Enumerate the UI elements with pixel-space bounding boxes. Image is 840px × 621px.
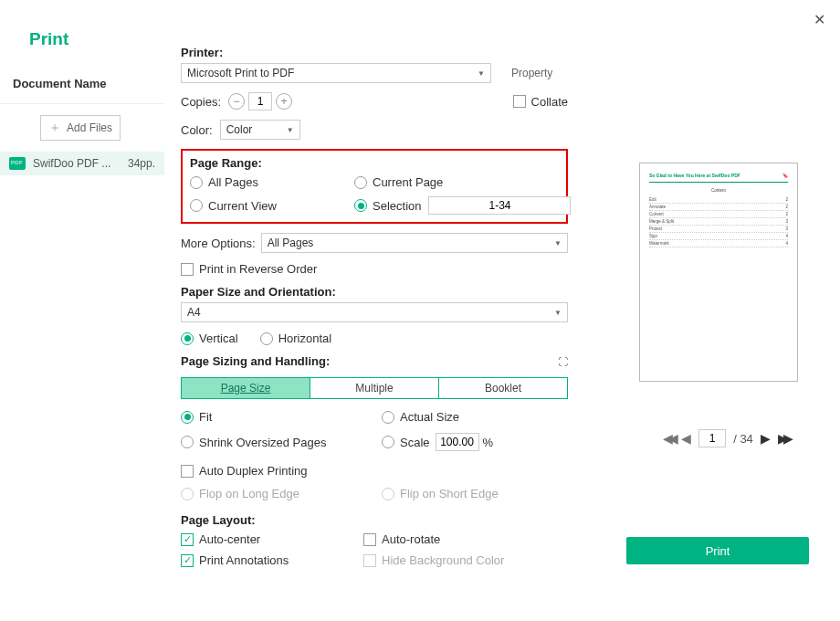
page-input[interactable] xyxy=(698,429,726,447)
document-name-header: Document Name xyxy=(0,77,164,104)
paper-label: Paper Size and Orientation: xyxy=(181,285,568,299)
collate-checkbox[interactable] xyxy=(513,95,526,108)
collate-label: Collate xyxy=(531,95,568,109)
actual-size-label: Actual Size xyxy=(400,410,459,424)
expand-icon[interactable]: ⛶ xyxy=(558,356,568,367)
current-view-label: Current View xyxy=(208,199,277,213)
selection-label: Selection xyxy=(373,199,421,213)
auto-duplex-checkbox[interactable] xyxy=(181,465,194,478)
all-pages-radio[interactable] xyxy=(190,176,203,189)
left-panel: Print Document Name ＋ Add Files SwifDoo … xyxy=(0,0,164,621)
auto-rotate-checkbox[interactable] xyxy=(363,533,376,546)
hide-bg-checkbox xyxy=(363,554,376,567)
current-page-label: Current Page xyxy=(373,175,443,189)
selection-radio[interactable] xyxy=(354,199,367,212)
fit-label: Fit xyxy=(199,410,212,424)
file-pages: 34pp. xyxy=(128,157,155,170)
page-total: / 34 xyxy=(733,432,753,446)
hide-bg-label: Hide Background Color xyxy=(382,553,504,567)
vertical-radio[interactable] xyxy=(181,332,194,345)
next-page-icon[interactable]: ▶ xyxy=(761,431,771,446)
preview-panel: So Glad to Have You Here at SwifDoo PDF … xyxy=(584,0,840,621)
horizontal-radio[interactable] xyxy=(260,332,273,345)
more-options-label: More Options: xyxy=(181,237,256,250)
last-page-icon[interactable]: ▶▶ xyxy=(778,431,789,446)
tab-multiple[interactable]: Multiple xyxy=(310,378,439,398)
flip-short-radio xyxy=(382,488,394,500)
auto-center-label: Auto-center xyxy=(199,532,260,546)
prev-page-icon[interactable]: ◀ xyxy=(681,431,691,446)
shrink-label: Shrink Oversized Pages xyxy=(199,436,326,449)
pdf-icon xyxy=(9,157,26,170)
actual-size-radio[interactable] xyxy=(382,411,394,424)
property-link[interactable]: Property xyxy=(511,67,552,79)
paper-size-select[interactable]: A4 ▼ xyxy=(181,302,568,322)
page-layout-label: Page Layout: xyxy=(181,513,568,527)
auto-center-checkbox[interactable] xyxy=(181,533,194,546)
all-pages-label: All Pages xyxy=(208,175,258,189)
first-page-icon[interactable]: ◀◀ xyxy=(663,431,674,446)
add-files-label: Add Files xyxy=(67,121,112,134)
copies-minus-button[interactable]: − xyxy=(228,93,245,110)
color-select[interactable]: Color ▼ xyxy=(220,120,300,140)
shrink-radio[interactable] xyxy=(181,436,194,448)
annotations-checkbox[interactable] xyxy=(181,554,194,567)
plus-icon: ＋ xyxy=(48,120,61,136)
flip-short-label: Flip on Short Edge xyxy=(400,487,499,500)
reverse-checkbox[interactable] xyxy=(181,263,194,276)
auto-rotate-label: Auto-rotate xyxy=(382,532,440,546)
copies-input[interactable] xyxy=(248,92,272,111)
current-view-radio[interactable] xyxy=(190,199,203,212)
chevron-down-icon: ▼ xyxy=(478,69,485,78)
tab-page-size[interactable]: Page Size xyxy=(182,378,310,398)
file-name: SwifDoo PDF ... xyxy=(33,157,122,170)
printer-select[interactable]: Microsoft Print to PDF ▼ xyxy=(181,63,491,83)
tab-booklet[interactable]: Booklet xyxy=(439,378,567,398)
annotations-label: Print Annotations xyxy=(199,553,289,567)
bookmark-icon: 🔖 xyxy=(782,173,788,178)
vertical-label: Vertical xyxy=(199,332,238,345)
add-files-button[interactable]: ＋ Add Files xyxy=(40,115,121,141)
preview-pager: ◀◀ ◀ / 34 ▶ ▶▶ xyxy=(621,429,831,447)
settings-panel: Printer: Microsoft Print to PDF ▼ Proper… xyxy=(164,0,584,621)
color-label: Color: xyxy=(181,123,213,137)
file-row[interactable]: SwifDoo PDF ... 34pp. xyxy=(0,152,164,175)
sizing-tabs: Page Size Multiple Booklet xyxy=(181,377,568,399)
copies-plus-button[interactable]: + xyxy=(276,93,292,110)
horizontal-label: Horizontal xyxy=(278,332,332,345)
chevron-down-icon: ▼ xyxy=(554,309,562,317)
fit-radio[interactable] xyxy=(181,411,194,424)
dialog-title: Print xyxy=(0,0,164,77)
printer-label: Printer: xyxy=(181,46,568,59)
page-preview: So Glad to Have You Here at SwifDoo PDF … xyxy=(639,163,798,382)
selection-input[interactable] xyxy=(428,196,571,215)
scale-label: Scale xyxy=(400,436,430,449)
scale-radio[interactable] xyxy=(382,436,394,448)
page-range-section: Page Range: All Pages Current Page Curre… xyxy=(181,149,568,224)
auto-duplex-label: Auto Duplex Printing xyxy=(199,464,308,478)
page-range-label: Page Range: xyxy=(190,156,559,170)
scale-input[interactable] xyxy=(436,433,479,451)
flop-long-radio xyxy=(181,488,194,500)
more-options-select[interactable]: All Pages ▼ xyxy=(261,233,568,253)
chevron-down-icon: ▼ xyxy=(287,126,294,134)
flop-long-label: Flop on Long Edge xyxy=(199,487,299,500)
current-page-radio[interactable] xyxy=(354,176,367,189)
reverse-label: Print in Reverse Order xyxy=(199,262,317,276)
chevron-down-icon: ▼ xyxy=(554,239,562,247)
print-button[interactable]: Print xyxy=(626,537,809,564)
copies-label: Copies: xyxy=(181,95,221,109)
sizing-label: Page Sizing and Handling: xyxy=(181,354,330,368)
scale-unit: % xyxy=(483,436,494,449)
